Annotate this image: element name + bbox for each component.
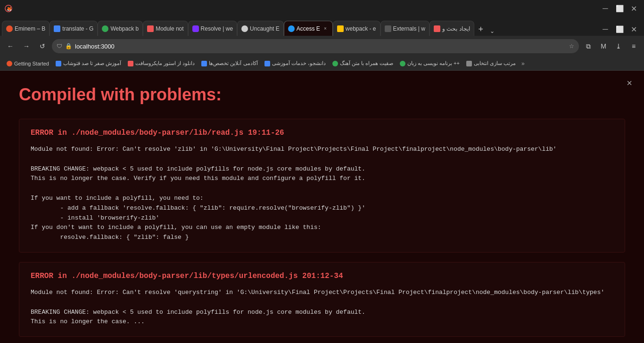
bookmark-education[interactable]: دانشجو، خدمات آموزشی xyxy=(262,59,329,67)
error-body-2: Module not found: Error: Can't resolve '… xyxy=(31,288,613,327)
overlay-close-button[interactable]: × xyxy=(622,75,637,90)
tab-resolve[interactable]: Resolve | we xyxy=(188,21,237,36)
bookmark-sort[interactable]: مرتب سازی انتخابی xyxy=(463,59,519,67)
bookmarks-more[interactable]: » xyxy=(520,59,527,68)
add-tab-button[interactable]: + xyxy=(474,23,487,36)
address-input-container[interactable]: 🛡 🔒 localhost:3000 ☆ xyxy=(52,39,579,53)
tab-uncaught[interactable]: Uncaught E xyxy=(237,21,284,36)
tab-favicon-access xyxy=(288,25,295,32)
tab-favicon-eminem xyxy=(6,25,13,32)
bookmark-label-microsoft: دانلود از استور مایکروسافت xyxy=(135,60,195,66)
tab-label-resolve: Resolve | we xyxy=(201,25,233,32)
download-icon[interactable]: ⤓ xyxy=(612,40,625,53)
tab-translate[interactable]: translate - G xyxy=(50,21,98,36)
tab-favicon-ijad xyxy=(434,25,440,32)
refresh-button[interactable]: ↺ xyxy=(36,40,49,53)
bookmark-photoshop[interactable]: آموزش صفر تا صد قتوشاب xyxy=(53,59,124,67)
tab-favicon-webpack xyxy=(102,25,108,32)
error-body-1: Module not found: Error: Can't resolve '… xyxy=(31,145,613,243)
tab-favicon-translate xyxy=(54,25,60,32)
close-button[interactable]: ✕ xyxy=(627,2,640,15)
address-bar: ← → ↺ 🛡 🔒 localhost:3000 ☆ ⧉ M ⤓ ≡ xyxy=(0,36,644,57)
tabs-bar: Eminem – B translate - G Webpack b Modul… xyxy=(0,17,644,36)
bookmarks-bar: Getting Started آموزش صفر تا صد قتوشاب د… xyxy=(0,57,644,71)
toolbar-icons: ⧉ M ⤓ ≡ xyxy=(582,40,640,53)
back-button[interactable]: ← xyxy=(4,40,17,53)
tab-list-chevron[interactable]: ⌄ xyxy=(487,26,497,36)
bookmark-cpp[interactable]: برنامه نویسی به زبان ++ xyxy=(397,59,462,67)
page-title: Compiled with problems: xyxy=(19,85,625,105)
error-title-2: ERROR in ./node_modules/body-parser/lib/… xyxy=(31,272,613,280)
tab-ijad[interactable]: ایجاد بحث و xyxy=(429,21,474,36)
bookmark-favicon-microsoft xyxy=(128,61,133,66)
page-content: × Compiled with problems: ERROR in ./nod… xyxy=(0,71,644,343)
bookmark-label-getting-started: Getting Started xyxy=(14,61,49,66)
bookmark-label-sort: مرتب سازی انتخابی xyxy=(474,60,516,66)
tab-webpack2[interactable]: webpack - e xyxy=(333,21,380,36)
shield-icon: 🛡 xyxy=(57,43,62,49)
error-block-1: ERROR in ./node_modules/body-parser/lib/… xyxy=(19,119,625,253)
tab-label-uncaught: Uncaught E xyxy=(250,25,280,32)
bookmark-getting-started[interactable]: Getting Started xyxy=(4,60,52,67)
tab-webpack[interactable]: Webpack b xyxy=(98,21,143,36)
svg-text:🦊: 🦊 xyxy=(7,6,12,12)
extensions-icon[interactable]: ⧉ xyxy=(582,40,595,53)
tab-favicon-module xyxy=(147,25,154,32)
star-icon[interactable]: ☆ xyxy=(569,43,574,49)
bookmark-label-photoshop: آموزش صفر تا صد قتوشاب xyxy=(63,60,121,66)
error-title-1: ERROR in ./node_modules/body-parser/lib/… xyxy=(31,129,613,137)
bookmark-academy[interactable]: آکادمی آنلاین تخصص‌ها xyxy=(198,59,260,67)
tab-label-ijad: ایجاد بحث و xyxy=(442,25,470,32)
tab-label-access: Access E xyxy=(297,25,320,32)
browser-window: 🦊 ─ ⬜ ✕ Eminem – B translate - G Webpack… xyxy=(0,0,644,343)
bookmark-microsoft[interactable]: دانلود از استور مایکروسافت xyxy=(125,59,198,67)
restore-btn2[interactable]: ⬜ xyxy=(613,23,626,36)
tab-eminem[interactable]: Eminem – B xyxy=(2,21,50,36)
tab-favicon-webpack2 xyxy=(337,25,344,32)
minimize-btn2[interactable]: ─ xyxy=(599,23,612,36)
bookmark-favicon-photoshop xyxy=(56,61,61,66)
tab-close-access[interactable]: × xyxy=(322,25,329,32)
tab-favicon-externals xyxy=(385,25,391,32)
profile-icon[interactable]: M xyxy=(597,40,610,53)
bookmark-favicon-academy xyxy=(201,61,207,66)
forward-button[interactable]: → xyxy=(20,40,33,53)
bookmark-favicon-sort xyxy=(466,61,472,66)
tab-label-module: Module not xyxy=(156,25,183,32)
tab-label-externals: Externals | w xyxy=(393,25,425,32)
tab-label-webpack2: webpack - e xyxy=(346,25,376,32)
tab-favicon-resolve xyxy=(192,25,199,32)
bookmark-favicon-getting-started xyxy=(7,61,12,66)
lock-icon: 🔒 xyxy=(65,43,72,49)
tab-favicon-uncaught xyxy=(241,25,248,32)
bookmark-music[interactable]: صقیت همراه با متن آهنگ xyxy=(330,59,396,67)
bookmark-label-music: صقیت همراه با متن آهنگ xyxy=(340,60,393,66)
bookmark-label-academy: آکادمی آنلاین تخصص‌ها xyxy=(209,60,257,66)
bookmark-favicon-music xyxy=(332,61,338,66)
bookmark-label-education: دانشجو، خدمات آموزشی xyxy=(272,60,326,66)
minimize-button[interactable]: ─ xyxy=(599,2,612,15)
bookmark-label-cpp: برنامه نویسی به زبان ++ xyxy=(407,60,460,66)
address-text: localhost:3000 xyxy=(75,43,566,50)
maximize-button[interactable]: ⬜ xyxy=(613,2,626,15)
tab-externals[interactable]: Externals | w xyxy=(380,21,429,36)
tab-label-webpack: Webpack b xyxy=(110,25,139,32)
menu-icon[interactable]: ≡ xyxy=(627,40,640,53)
browser-icon: 🦊 xyxy=(4,4,13,13)
tab-access[interactable]: Access E × xyxy=(284,21,333,36)
title-bar-left: 🦊 xyxy=(4,4,13,13)
tab-label-eminem: Eminem – B xyxy=(15,25,45,32)
bookmark-favicon-education xyxy=(264,61,270,66)
close-btn2[interactable]: ✕ xyxy=(627,23,640,36)
tab-label-translate: translate - G xyxy=(62,25,93,32)
title-bar: 🦊 ─ ⬜ ✕ xyxy=(0,0,644,17)
bookmark-favicon-cpp xyxy=(400,61,405,66)
tab-module[interactable]: Module not xyxy=(143,21,188,36)
error-block-2: ERROR in ./node_modules/body-parser/lib/… xyxy=(19,262,625,337)
